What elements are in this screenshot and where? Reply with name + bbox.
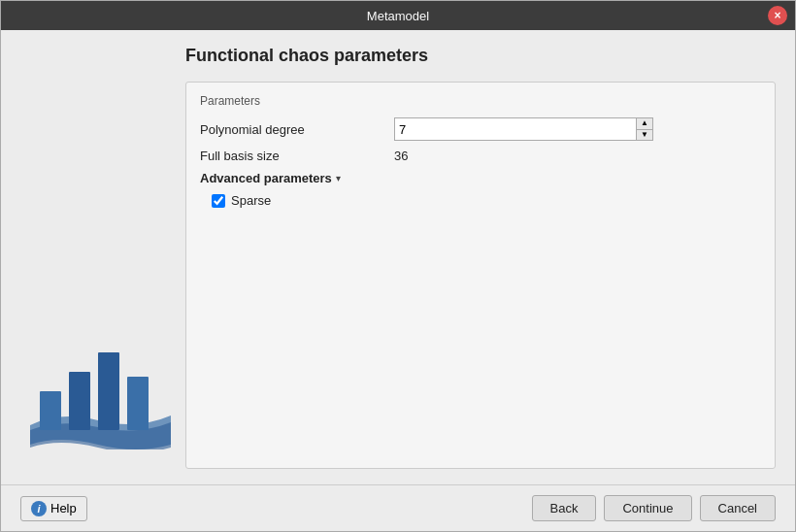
polynomial-degree-row: Polynomial degree ▲ ▼ xyxy=(200,117,761,141)
content-area: Functional chaos parameters Parameters P… xyxy=(1,30,795,484)
svg-rect-3 xyxy=(127,377,149,430)
footer-left: i Help xyxy=(20,496,87,521)
full-basis-size-row: Full basis size 36 xyxy=(200,149,761,163)
svg-rect-2 xyxy=(98,352,119,430)
spinbox-down-button[interactable]: ▼ xyxy=(637,130,652,141)
sparse-checkbox[interactable] xyxy=(212,194,225,208)
footer: i Help Back Continue Cancel xyxy=(1,484,795,531)
spinbox-up-button[interactable]: ▲ xyxy=(637,118,652,130)
footer-right: Back Continue Cancel xyxy=(532,495,776,521)
advanced-parameters-label: Advanced parameters xyxy=(200,171,332,185)
advanced-parameters-header[interactable]: Advanced parameters ▾ xyxy=(200,171,761,185)
back-button[interactable]: Back xyxy=(532,495,597,521)
expand-icon: ▾ xyxy=(336,173,341,183)
down-arrow-icon: ▼ xyxy=(641,131,648,139)
help-icon: i xyxy=(31,501,47,516)
params-box: Parameters Polynomial degree ▲ ▼ xyxy=(185,82,776,469)
right-panel: Functional chaos parameters Parameters P… xyxy=(185,46,776,469)
full-basis-size-value: 36 xyxy=(394,149,408,163)
polynomial-degree-label: Polynomial degree xyxy=(200,122,394,137)
params-section-label: Parameters xyxy=(200,94,761,108)
spinbox-buttons: ▲ ▼ xyxy=(637,117,653,141)
svg-rect-1 xyxy=(69,372,90,430)
title-bar: Metamodel × xyxy=(1,1,795,30)
main-window: Metamodel × Functional chaos parameters … xyxy=(0,0,796,532)
up-arrow-icon: ▲ xyxy=(641,119,648,127)
window-title: Metamodel xyxy=(367,9,429,23)
sparse-label: Sparse xyxy=(231,193,271,208)
help-button[interactable]: i Help xyxy=(20,496,87,521)
full-basis-size-label: Full basis size xyxy=(200,149,394,163)
page-title: Functional chaos parameters xyxy=(185,46,776,66)
help-label: Help xyxy=(50,501,77,515)
logo-area xyxy=(20,46,176,469)
continue-button[interactable]: Continue xyxy=(604,495,691,521)
sparse-row: Sparse xyxy=(212,193,761,208)
logo-svg xyxy=(20,333,176,449)
close-button[interactable]: × xyxy=(768,6,787,25)
polynomial-degree-spinbox: ▲ ▼ xyxy=(394,117,653,141)
cancel-button[interactable]: Cancel xyxy=(700,495,776,521)
polynomial-degree-input[interactable] xyxy=(394,117,637,141)
svg-rect-0 xyxy=(40,391,61,430)
